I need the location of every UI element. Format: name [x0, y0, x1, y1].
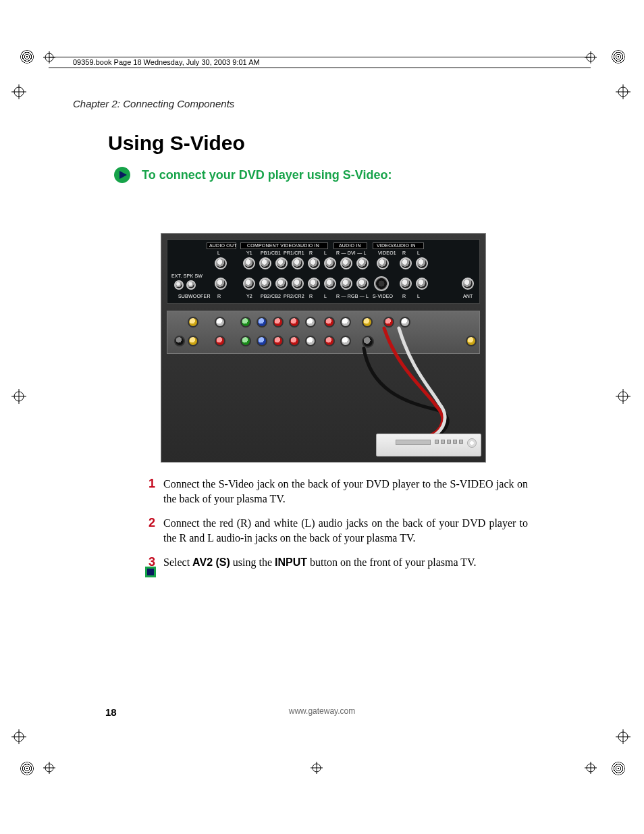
rca-icon — [273, 317, 284, 328]
subheading-row: To connect your DVD player using S-Video… — [113, 166, 392, 184]
step-number: 1 — [144, 477, 155, 506]
svideo-jack-icon — [374, 276, 389, 291]
dvd-buttons-icon — [435, 440, 463, 444]
step-text-fragment: Select — [163, 556, 192, 568]
label-r: R — [402, 251, 406, 255]
label-audio-in: AUDIO IN — [339, 243, 361, 248]
jack-icon — [324, 278, 336, 290]
label-rgb: R — RGB — L — [336, 294, 369, 298]
rca-icon — [383, 317, 394, 328]
jack-icon — [259, 257, 271, 269]
steps-list: 1 Connect the S-Video jack on the back o… — [144, 477, 528, 579]
registration-cross-icon — [11, 389, 26, 404]
registration-dot-icon — [612, 762, 625, 775]
jack-icon — [377, 257, 389, 269]
rca-icon — [324, 317, 335, 328]
jack-icon — [324, 257, 336, 269]
jack-icon — [243, 257, 255, 269]
rca-icon — [289, 336, 300, 346]
registration-dot-icon — [612, 50, 625, 63]
rca-icon — [257, 336, 267, 346]
rca-icon — [305, 336, 316, 346]
step-item: 3 Select AV2 (S) using the INPUT button … — [144, 555, 528, 570]
step-number: 2 — [144, 516, 155, 546]
jack-icon — [308, 278, 320, 290]
label-y2: Y2 — [246, 294, 252, 298]
registration-cross-icon — [616, 389, 630, 404]
jack-icon — [340, 257, 352, 269]
rca-icon — [215, 336, 225, 346]
rca-icon — [400, 317, 410, 328]
connection-diagram: AUDIO OUT COMPONENT VIDEO/AUDIO IN AUDIO… — [161, 233, 486, 463]
registration-cross-icon — [616, 84, 630, 99]
jack-icon — [292, 257, 304, 269]
svideo-jack-icon — [362, 336, 374, 348]
step-text-fragment: using the — [230, 556, 275, 568]
label-audio-out: AUDIO OUT — [209, 243, 237, 248]
jack-icon — [462, 278, 474, 290]
jack-icon — [416, 257, 428, 269]
registration-cross-icon — [585, 51, 597, 63]
label-pr1: PR1/CR1 — [284, 251, 304, 255]
step-item: 2 Connect the red (R) and white (L) audi… — [144, 516, 528, 546]
label-l: L — [324, 251, 327, 255]
rca-icon — [215, 317, 225, 328]
dvd-tray-icon — [396, 440, 431, 445]
registration-cross-icon — [11, 729, 26, 744]
step-text-bold: INPUT — [275, 556, 307, 568]
rca-icon — [273, 336, 284, 346]
jack-icon — [400, 257, 412, 269]
label-video-audio-in: VIDEO/AUDIO IN — [377, 243, 416, 248]
dvd-player-icon — [376, 434, 481, 457]
tv-back-panel-schematic: AUDIO OUT COMPONENT VIDEO/AUDIO IN AUDIO… — [167, 239, 480, 304]
registration-dot-icon — [20, 50, 34, 63]
document-page: 09359.book Page 18 Wednesday, July 30, 2… — [0, 0, 644, 834]
step-text: Connect the red (R) and white (L) audio … — [163, 516, 528, 546]
rca-icon — [289, 317, 300, 328]
rca-icon — [174, 336, 185, 346]
rca-icon — [240, 336, 251, 346]
label-l: L — [417, 251, 420, 255]
crop-rule — [49, 57, 591, 57]
jack-icon — [259, 278, 271, 290]
registration-cross-icon — [43, 762, 55, 774]
label-sub: SUBWOOFER — [178, 294, 211, 298]
jack-icon — [215, 278, 227, 290]
label-r: R — [402, 294, 406, 298]
footer-url: www.gateway.com — [0, 706, 644, 716]
jack-icon — [174, 280, 184, 290]
label-dvi: R — DVI — L — [336, 251, 367, 255]
jack-icon — [275, 278, 288, 290]
jack-icon — [356, 257, 369, 269]
step-text: Connect the S-Video jack on the back of … — [163, 477, 528, 506]
svg-rect-21 — [147, 569, 154, 575]
step-text: Select AV2 (S) using the INPUT button on… — [163, 555, 477, 570]
registration-cross-icon — [311, 762, 323, 774]
label-pb2: PB2/CB2 — [261, 294, 281, 298]
label-video1: VIDEO1 — [378, 251, 396, 255]
jack-icon — [215, 257, 227, 269]
rca-icon — [324, 336, 335, 346]
rca-icon — [240, 317, 251, 328]
chapter-title: Chapter 2: Connecting Components — [73, 98, 234, 109]
step-text-bold: AV2 (S) — [192, 556, 230, 568]
label-pr2: PR2/CR2 — [284, 294, 304, 298]
jack-icon — [400, 278, 412, 290]
registration-cross-icon — [585, 762, 597, 774]
rca-icon — [340, 336, 351, 346]
tv-back-panel-photo — [167, 311, 480, 354]
step-item: 1 Connect the S-Video jack on the back o… — [144, 477, 528, 506]
jack-icon — [308, 257, 320, 269]
rca-icon — [257, 317, 267, 328]
label-ext: EXT. SPK SW — [171, 273, 203, 278]
rca-icon — [466, 336, 477, 346]
book-metadata-line: 09359.book Page 18 Wednesday, July 30, 2… — [73, 58, 260, 66]
jack-icon — [292, 278, 304, 290]
registration-dot-icon — [20, 762, 34, 775]
step-text-fragment: button on the front of your plasma TV. — [307, 556, 477, 568]
rca-icon — [188, 336, 198, 346]
registration-cross-icon — [43, 51, 55, 63]
page-heading: Using S-Video — [108, 132, 245, 155]
jack-icon — [275, 257, 288, 269]
label-l: L — [324, 294, 327, 298]
